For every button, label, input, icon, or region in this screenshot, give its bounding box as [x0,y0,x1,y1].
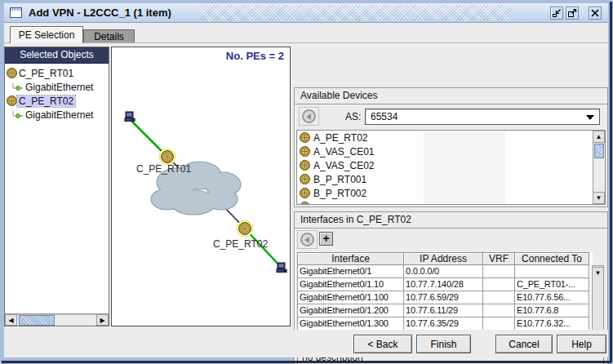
col-interface[interactable]: Interface [297,252,404,265]
col-vrf[interactable]: VRF [483,252,515,265]
help-button[interactable]: Help [557,335,606,353]
chevron-down-icon [586,115,594,120]
device-list-scrollbar[interactable]: ▲ ▼ [593,131,605,204]
node-label-c-pe-rt02: C_PE_RT02 [213,238,268,250]
selected-objects-header: Selected Objects [5,47,109,64]
router-icon-c-pe-rt02[interactable] [237,220,253,237]
interface-leaf-icon [12,83,24,91]
device-row-b-p-rt002[interactable]: B_P_RT002 [297,186,605,200]
router-icon [7,68,17,78]
device-row-b-p-rt001[interactable]: B_P_RT001 [297,172,605,186]
cell-connected [515,265,589,278]
minimize-button[interactable] [550,7,563,20]
col-ip-address[interactable]: IP Address [404,252,483,265]
device-row-a-vas-ce02[interactable]: A_VAS_CE02 [297,158,605,172]
cell-interface: GigabitEthernet0/1.10 [297,278,404,291]
titlebar-texture [198,5,512,20]
cell-ip: 10.77.6.11/29 [404,304,483,317]
device-list[interactable]: A_PE_RT02 A_VAS_CE01 A_VAS_CE02 B_P [296,130,606,205]
tab-details[interactable]: Details [83,29,135,43]
table-row[interactable]: GigabitEthernet0/1.10 10.77.7.140/28 C_P… [297,278,593,291]
finish-button[interactable]: Finish [416,335,471,353]
tree-item-gigabitethernet-2[interactable]: GigabitEthernet [5,108,109,122]
pe-count-label: No. PEs = 2 [226,50,284,62]
cell-ip: 10.77.6.35/29 [404,317,483,331]
cell-vrf [483,317,515,331]
table-row[interactable]: GigabitEthernet0/1.200 10.77.6.11/29 E10… [297,304,593,317]
tree-item-c-pe-rt02[interactable]: C_PE_RT02 [5,94,109,108]
cell-vrf [483,304,515,317]
device-label: A_VAS_CE01 [313,146,375,158]
tree-item-label-selected: C_PE_RT02 [17,95,75,107]
scrollbar-track[interactable] [17,314,96,326]
table-row[interactable]: GigabitEthernet0/1.300 10.77.6.35/29 E10… [297,317,593,331]
available-devices-title: Available Devices [295,88,607,104]
tree-item-gigabitethernet-1[interactable]: GigabitEthernet [5,80,109,94]
cell-interface: GigabitEthernet0/1 [297,265,404,278]
tree-item-label: GigabitEthernet [24,109,95,121]
interface-leaf-icon [12,111,24,119]
add-interface-button[interactable]: + [319,232,333,246]
router-icon [300,188,310,198]
previous-icon [300,233,314,246]
ce-device-icon-bottom[interactable] [277,263,287,273]
scroll-left-button[interactable]: ◀ [5,314,17,326]
cell-connected: E10.77.6.8 [515,304,589,317]
tab-pe-selection[interactable]: PE Selection [10,26,83,43]
tab-bar: PE Selection Details [4,23,608,43]
col-connected-to[interactable]: Connected To [515,252,589,265]
footer-bar: < Back Finish Cancel Help [4,330,608,357]
window-shadow-bottom [2,361,611,363]
available-devices-panel: Available Devices AS: 65534 [294,87,608,207]
minimize-icon [552,8,562,18]
device-row-partial[interactable] [297,200,605,205]
add-vpn-dialog: Add VPN - L2CCC_1 (1 item) [0,0,613,364]
back-circle-button[interactable] [297,230,318,249]
device-row-a-pe-rt02[interactable]: A_PE_RT02 [297,131,605,144]
cell-connected: E10.77.6.32... [515,317,589,331]
scroll-up-button[interactable]: ▲ [593,131,605,143]
device-label: A_VAS_CE02 [313,160,375,171]
router-icon [300,160,310,171]
interfaces-title: Interfaces in C_PE_RT02 [295,212,607,229]
router-icon [300,202,310,205]
as-value: 65534 [371,111,398,122]
scrollbar-thumb[interactable] [594,144,604,158]
tree-item-c-pe-rt01[interactable]: C_PE_RT01 [5,66,109,80]
device-label: A_PE_RT02 [313,132,368,144]
ce-device-icon-top[interactable] [125,112,135,122]
title-bar[interactable]: Add VPN - L2CCC_1 (1 item) [4,3,608,23]
router-icon [300,132,310,143]
cell-vrf [483,291,515,304]
cell-interface: GigabitEthernet0/1.200 [297,304,404,317]
router-icon-c-pe-rt01[interactable] [159,149,175,165]
close-button[interactable] [589,7,602,20]
scroll-right-button[interactable]: ▶ [96,314,109,326]
maximize-button[interactable] [566,7,579,20]
tree-horizontal-scrollbar[interactable]: ◀ ▶ [5,313,109,326]
device-label: B_P_RT001 [313,174,366,185]
table-row[interactable]: GigabitEthernet0/1.100 10.77.6.59/29 E10… [297,291,593,304]
tree-item-label: C_PE_RT01 [17,68,75,79]
tree-item-label: GigabitEthernet [24,82,95,93]
scrollbar-thumb[interactable] [19,315,55,326]
cell-ip: 10.77.7.140/28 [404,278,483,291]
scroll-down-button[interactable]: ▼ [593,192,605,204]
close-icon [590,8,600,18]
back-circle-button[interactable] [299,107,319,126]
cancel-button[interactable]: Cancel [495,335,553,353]
available-devices-toolbar: AS: 65534 [295,104,607,129]
content-area: Selected Objects C_PE_RT01 GigabitEthern… [4,43,608,357]
cell-vrf [483,265,515,278]
table-row[interactable]: GigabitEthernet0/1 0.0.0.0/0 [297,265,593,278]
device-row-a-vas-ce01[interactable]: A_VAS_CE01 [297,144,605,158]
interfaces-toolbar: + [295,229,607,251]
device-label: B_P_RT002 [313,188,366,199]
cell-connected: C_PE_RT01-... [515,278,589,291]
selected-objects-tree: C_PE_RT01 GigabitEthernet C_PE_RT02 Giga… [5,64,109,313]
topology-panel[interactable]: No. PEs = 2 [111,47,291,326]
as-combobox[interactable]: 65534 [365,109,600,125]
window-shadow-right [610,2,612,362]
back-button[interactable]: < Back [353,335,412,353]
cell-ip: 0.0.0.0/0 [404,265,483,278]
